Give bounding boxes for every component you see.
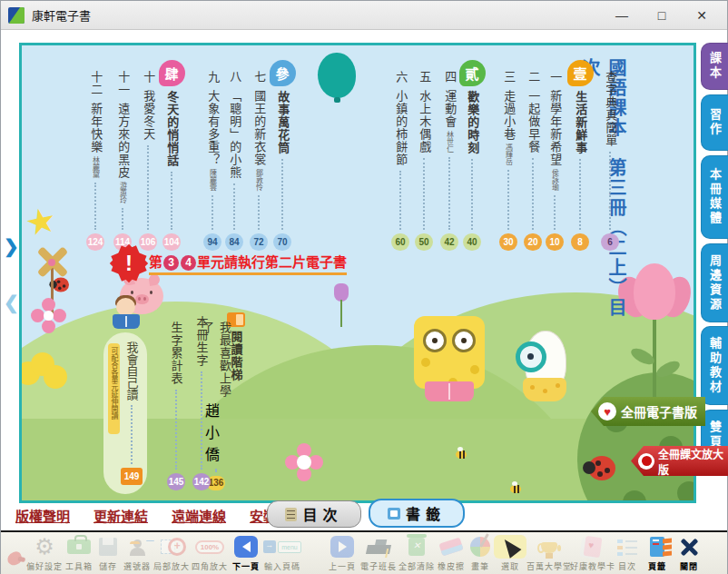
toolbar-corner-zoom[interactable]: 100%四角放大 [191,535,229,572]
toc-cumulative-chart[interactable]: 生字累計表 145 [165,322,187,490]
toolbar-number-picker[interactable]: 選號器 [122,535,152,572]
toc-lesson-6[interactable]: 六小鎮的柿餅節 60 [389,71,412,251]
dotted-leader [131,405,133,464]
toc-unit-1[interactable]: 壹 生活新鮮事 8 [568,60,592,251]
cursor-icon [499,535,522,559]
toolbar-page-input[interactable]: menu輸入頁碼 [263,535,301,572]
toc-lesson-9[interactable]: 九大象有多重？ 陳麗雲 94 [201,71,224,251]
toolbar-toc[interactable]: 目次 [614,535,641,572]
toolbar-save[interactable]: 儲存 [94,535,122,572]
footer-links: 版權聲明 更新連結 遠端連線 安裝字型 [15,506,304,525]
minimize-button[interactable]: — [602,3,642,28]
sidebar-tab-resources[interactable]: 周邊資源 [701,243,728,322]
author-name: 陳麗雲 [208,169,218,191]
full-text-zoom-button[interactable]: 全冊課文放大版 [631,446,728,476]
toc-lesson-11[interactable]: 十一遠方來的黑皮 游蕙玲 114 [111,71,134,251]
floppy-disk-icon [99,538,117,556]
toolbar-paintbrush[interactable]: 畫筆 [467,535,494,572]
toc-lesson-2[interactable]: 二一起做早餐 20 [521,71,545,251]
toc-entry-dictionary[interactable]: 查字典真簡單 6 [598,71,622,251]
toolbar-teaching-cards[interactable]: 好康教學卡 [572,535,614,572]
author-name: 林世仁 [445,131,455,153]
lesson-name: 遠方來的黑皮 [116,103,130,179]
toolbar-close[interactable]: 關閉 [674,535,704,572]
toolbar-preferences[interactable]: ⚙偏好設定 [25,535,64,572]
dotted-leader [609,152,611,230]
balloon-illustration [318,53,356,98]
copyright-link[interactable]: 版權聲明 [15,506,70,525]
card-heart-icon [584,536,603,558]
lesson-name: 「聰明」的小熊 [228,90,241,179]
lesson-title: 查字典真簡單 [604,71,616,147]
toolbar-eraser[interactable]: 橡皮擦 [436,535,467,572]
dotted-leader [399,171,401,230]
page-forward-chevron[interactable]: ❯ [4,235,19,257]
toc-unit-3[interactable]: 參 故事萬花筒 70 [271,60,294,251]
lesson-name: 運動會 [443,90,457,128]
tab-label: 習作 [706,108,723,137]
eraser-icon [438,538,463,557]
page-number: 42 [440,233,458,251]
lesson-title: 三走過小巷 [502,71,515,141]
toolbar-clear-all[interactable]: 全部清除 [398,535,436,572]
laser-pointer-icon [5,550,24,568]
sidebar-tab-workbook[interactable]: 習作 [701,94,728,151]
update-link[interactable]: 更新連結 [93,506,148,525]
toolbar-next-page[interactable]: 下一頁 [229,535,263,572]
page-number: 142 [192,473,212,490]
tab-toc[interactable]: 目次 [267,500,361,528]
close-button[interactable]: ✕ [682,3,722,28]
unit-title: 故事萬花筒 [276,91,289,154]
tulip-illustration [332,283,350,329]
toc-icon [285,508,297,521]
toc-lesson-3[interactable]: 三走過小巷 馮輝岳 30 [497,71,520,251]
bottom-toolbar: ⚙偏好設定 工具箱 儲存 選號器 局部放大 100%四角放大 下一頁 menu輸… [1,530,727,574]
page-number: 60 [391,233,409,251]
disc-notice: ! 第34單元請執行第二片電子書 [109,243,347,283]
ladybug-illustration [588,456,615,480]
toc-lesson-10[interactable]: 十我愛冬天 106 [136,71,160,251]
remote-link[interactable]: 遠端連線 [172,506,226,525]
full-ebook-button[interactable]: ♥ 全冊電子書版 [591,397,705,426]
flower-illustration [19,352,71,392]
tab-bookmark[interactable]: 書籤 [369,499,465,528]
toolbar-page-tabs[interactable]: 頁籤 [641,535,674,572]
toc-glossary[interactable]: 本冊生字 142 [191,316,212,490]
title-bar: 康軒電子書 — □ ✕ [1,1,727,30]
app-title: 康軒電子書 [32,6,91,24]
exclamation-badge-icon: ! [109,243,149,283]
toc-lesson-8[interactable]: 八「聰明」的小熊 84 [222,71,246,251]
bookmark-icon [388,508,400,520]
toolbar-quiz-hall[interactable]: 百萬大學堂 [526,535,572,572]
toc-lesson-12[interactable]: 十二新年快樂 林麗黛 124 [84,71,107,251]
lesson-name: 新學年新希望 [548,90,562,166]
lesson-number: 十二 [89,71,103,103]
toolbar-select[interactable]: 選取 [494,535,526,572]
toolbar-laser-pointer[interactable] [4,547,25,572]
magnifier-plus-icon [161,538,182,556]
unit-badge: 參 [270,60,296,86]
sidebar-tab-aids[interactable]: 輔助教材 [701,326,728,405]
toolbar-prev-page[interactable]: 上一頁 [325,535,359,572]
dotted-leader [94,183,96,230]
page-back-chevron[interactable]: ❮ [4,292,19,313]
toc-lesson-5[interactable]: 五水上木偶戲 50 [412,71,436,251]
sidebar-tab-textbook[interactable]: 課本 [701,43,728,90]
toolbar-partial-zoom[interactable]: 局部放大 [152,535,191,572]
toolbar-class-leader[interactable]: 電子班長 [359,535,398,572]
lesson-name: 水上木偶戲 [418,90,431,153]
page-number: 6 [601,233,619,251]
toc-unit-4[interactable]: 肆 冬天的悄悄話 104 [160,60,183,251]
toc-lesson-4[interactable]: 四運動會 林世仁 42 [438,71,461,251]
toc-lesson-1[interactable]: 一新學年新希望 侯詠瑜 10 [543,71,566,251]
maximize-button[interactable]: □ [642,3,682,28]
toc-lesson-7[interactable]: 七國王的新衣裳 鄒敦怜 72 [247,71,271,251]
dotted-leader [175,390,177,470]
section-title: 本冊生字 [193,316,211,367]
toc-unit-2[interactable]: 貳 歡樂的時刻 40 [460,60,484,251]
toc-self-reading[interactable]: 我會自己讀 149 可配合各單元延伸閱讀 [103,332,147,494]
toolbar-toolbox[interactable]: 工具箱 [64,535,94,572]
dotted-leader [532,158,534,230]
sidebar-tab-media[interactable]: 本冊媒體 [701,155,728,239]
flower-illustration [285,443,323,481]
